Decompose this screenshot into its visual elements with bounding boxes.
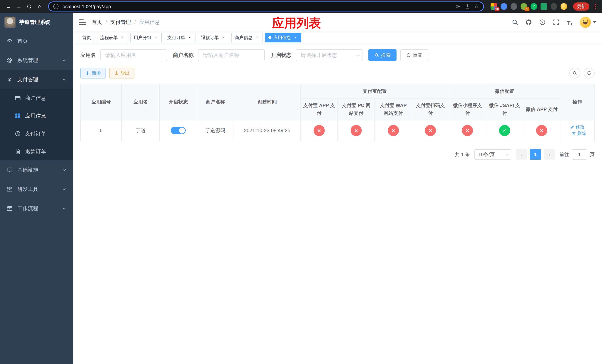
add-button[interactable]: 新增 — [80, 68, 106, 78]
extension-icon-1[interactable]: 10 — [491, 3, 497, 10]
extension-icon-5[interactable]: ✓ — [531, 3, 537, 10]
extension-icon-3[interactable] — [511, 3, 517, 10]
tab-label: 商户信息 — [235, 35, 252, 41]
sidebar-item-infrastructure[interactable]: 基础设施 — [0, 160, 73, 180]
table-tools — [570, 68, 595, 78]
address-bar[interactable]: i localhost:1024/pay/app ☆ — [48, 1, 484, 11]
fullscreen-icon[interactable] — [552, 19, 560, 26]
hamburger-icon[interactable] — [79, 20, 86, 25]
app-logo[interactable]: 芋道管理系统 — [0, 13, 73, 32]
table-toolbar: 新增 导出 — [80, 68, 595, 78]
cell-channel-status: × — [523, 120, 560, 141]
screen: ← → ⌂ i localhost:1024/pay/app ☆ 10 1 ✓ … — [0, 0, 602, 364]
browser-toolbar: ← → ⌂ i localhost:1024/pay/app ☆ 10 1 ✓ … — [0, 0, 602, 13]
user-menu[interactable] — [580, 17, 596, 28]
sidebar-item-system[interactable]: 系统管理 — [0, 51, 73, 70]
tab-user-group[interactable]: 用户分组× — [130, 33, 162, 43]
breadcrumb-item-home[interactable]: 首页 — [92, 19, 102, 26]
github-icon[interactable] — [525, 19, 532, 26]
sidebar-item-payment[interactable]: ¥ 支付管理 — [0, 70, 73, 89]
tab-merchant-info[interactable]: 商户信息× — [231, 33, 263, 43]
extension-icon-7[interactable] — [550, 3, 557, 10]
home-icon[interactable]: ⌂ — [35, 2, 44, 11]
cell-channel-status: × — [375, 120, 412, 141]
tab-label: 用户分组 — [134, 35, 151, 41]
sidebar-item-devtools[interactable]: 研发工具 — [0, 180, 73, 199]
share-icon[interactable] — [465, 4, 470, 9]
font-size-icon[interactable]: TT — [566, 19, 573, 26]
search-icon[interactable] — [511, 19, 519, 26]
key-icon[interactable] — [455, 4, 461, 9]
extension-icon-6[interactable] — [540, 3, 547, 10]
browser-update-button[interactable]: 更新 — [573, 2, 589, 11]
chevron-down-icon — [62, 206, 66, 211]
bookmark-star-icon[interactable]: ☆ — [474, 4, 479, 9]
refresh-button[interactable] — [584, 68, 595, 78]
sidebar-item-workflow[interactable]: 工作流程 — [0, 199, 73, 218]
chevron-down-icon — [356, 53, 359, 56]
search-button[interactable]: 搜索 — [368, 49, 397, 61]
col-header-created: 创建时间 — [234, 84, 301, 120]
export-button[interactable]: 导出 — [109, 68, 134, 78]
sidebar-item-refund-order[interactable]: 退款订单 — [0, 143, 73, 160]
col-header-channel: 支付宝 WAP 网站支付 — [375, 99, 412, 120]
edit-link[interactable]: 修改 — [570, 124, 585, 130]
extension-icon-4[interactable]: 1 — [521, 3, 527, 10]
prev-page-button[interactable]: ‹ — [516, 149, 527, 160]
chevron-down-icon — [62, 187, 66, 191]
back-icon[interactable]: ← — [4, 2, 13, 11]
status-select-placeholder: 请选择开启状态 — [301, 52, 337, 59]
app-name-input[interactable] — [100, 49, 167, 61]
extension-badge: 1 — [525, 7, 529, 11]
col-header-channel: 支付宝扫码支付 — [412, 99, 449, 120]
emoji-extension-icon[interactable] — [560, 3, 567, 10]
tab-pay-order[interactable]: 支付订单× — [164, 33, 195, 43]
sidebar-item-pay-order[interactable]: 支付订单 — [0, 125, 73, 143]
tab-app-info[interactable]: 应用信息× — [265, 33, 301, 43]
forward-icon[interactable]: → — [14, 2, 24, 11]
filter-app-name: 应用名 — [80, 49, 167, 61]
table-row: 6 芋道 芋道源码 2021-10-23 08:49:25 × × × × × — [81, 120, 594, 141]
tags-view-bar: 首页 流程表单× 用户分组× 支付订单× 退款订单× 商户信息× 应用信息× — [73, 32, 602, 44]
status-cross-icon: × — [351, 125, 362, 136]
active-dot — [269, 36, 271, 39]
sidebar-item-label: 支付管理 — [17, 76, 38, 83]
browser-menu-icon[interactable] — [592, 3, 598, 10]
close-icon[interactable]: × — [187, 35, 192, 40]
sidebar-item-home[interactable]: 首页 — [0, 32, 73, 51]
cell-channel-status: × — [412, 120, 449, 141]
help-icon[interactable]: ? — [539, 19, 546, 26]
close-icon[interactable]: × — [119, 35, 125, 40]
delete-link[interactable]: 删除 — [572, 130, 586, 137]
close-icon[interactable]: × — [153, 35, 159, 40]
sidebar-item-app-info[interactable]: 应用信息 — [0, 107, 73, 125]
url-text: localhost:1024/pay/app — [62, 4, 452, 10]
reload-icon[interactable] — [24, 2, 34, 11]
app-table: 应用编号 应用名 开启状态 商户名称 创建时间 支付宝配置 微信配置 操作 支付… — [80, 84, 595, 141]
gear-icon — [7, 57, 13, 63]
cell-status — [160, 120, 197, 141]
close-icon[interactable]: × — [221, 35, 226, 40]
site-info-icon[interactable]: i — [53, 4, 58, 9]
tab-process-form[interactable]: 流程表单× — [97, 33, 128, 43]
status-select[interactable]: 请选择开启状态 — [296, 49, 363, 61]
page-number-button[interactable]: 1 — [530, 149, 541, 160]
sidebar-item-label: 基础设施 — [17, 166, 38, 173]
close-icon[interactable]: × — [254, 35, 259, 40]
enabled-toggle[interactable] — [171, 127, 186, 134]
filter-status: 开启状态 请选择开启状态 — [271, 49, 363, 61]
extension-icon-2[interactable] — [501, 3, 507, 10]
merchant-name-input[interactable] — [198, 49, 265, 61]
tab-home[interactable]: 首页 — [79, 33, 94, 43]
reset-button[interactable]: 重置 — [400, 49, 428, 61]
yen-icon: ¥ — [7, 77, 13, 83]
search-toggle-button[interactable] — [570, 68, 580, 78]
tab-refund-order[interactable]: 退款订单× — [198, 33, 229, 43]
col-header-channel: 支付宝 PC 网站支付 — [338, 99, 375, 120]
next-page-button[interactable]: › — [544, 149, 555, 160]
breadcrumb-item-payment[interactable]: 支付管理 — [110, 19, 131, 26]
sidebar-item-merchant-info[interactable]: 商户信息 — [0, 89, 73, 107]
goto-page-input[interactable] — [572, 149, 587, 160]
close-icon[interactable]: × — [293, 35, 298, 40]
page-size-select[interactable]: 10条/页 — [474, 149, 511, 160]
